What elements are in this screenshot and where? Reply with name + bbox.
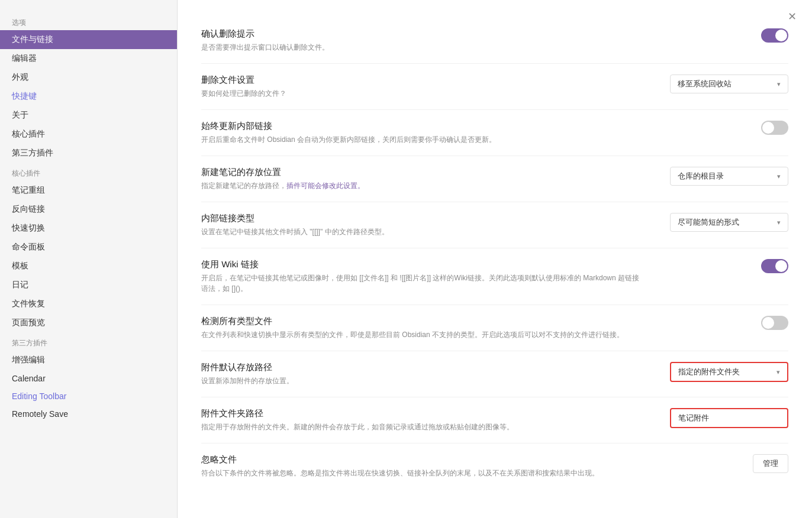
sidebar-item-diary[interactable]: 日记 — [0, 276, 177, 294]
setting-new-note-location: 新建笔记的存放位置 指定新建笔记的存放路径，插件可能会修改此设置。 仓库的根目录… — [201, 156, 788, 202]
setting-attachment-default-path: 附件默认存放路径 设置新添加附件的存放位置。 指定的附件文件夹 ▾ — [201, 351, 788, 397]
sidebar-item-calendar[interactable]: Calendar — [0, 370, 177, 387]
setting-ignored-files-title: 忽略文件 — [201, 454, 640, 465]
setting-delete-file: 删除文件设置 要如何处理已删除的文件？ 移至系统回收站 ▾ — [201, 64, 788, 110]
sidebar-item-shortcuts[interactable]: 快捷键 — [0, 87, 177, 106]
confirm-delete-toggle[interactable] — [761, 28, 788, 43]
delete-file-select[interactable]: 移至系统回收站 ▾ — [670, 75, 788, 93]
attachment-default-path-select-value: 指定的附件文件夹 — [678, 367, 740, 377]
wiki-links-toggle[interactable] — [761, 259, 788, 273]
sidebar-item-files-links[interactable]: 文件与链接 — [0, 30, 177, 49]
setting-wiki-links-desc: 开启后，在笔记中链接其他笔记或图像时，使用如 [[文件名]] 和 ![[图片名]… — [201, 273, 640, 294]
setting-attachment-folder-path-desc: 指定用于存放附件的文件夹。新建的附件会存放于此，如音频记录或通过拖放或粘贴创建的… — [201, 422, 640, 432]
sidebar-item-backlinks[interactable]: 反向链接 — [0, 200, 177, 219]
setting-delete-file-desc: 要如何处理已删除的文件？ — [201, 88, 640, 99]
sidebar-item-remotely-save[interactable]: Remotely Save — [0, 405, 177, 423]
delete-file-select-value: 移至系统回收站 — [678, 79, 732, 89]
sidebar-item-appearance[interactable]: 外观 — [0, 68, 177, 87]
sidebar-item-quick-switch[interactable]: 快速切换 — [0, 219, 177, 238]
setting-wiki-links-title: 使用 Wiki 链接 — [201, 259, 640, 270]
setting-detect-all-title: 检测所有类型文件 — [201, 316, 640, 327]
sidebar-section-core-plugins: 核心插件 — [0, 163, 177, 181]
setting-ignored-files-desc: 符合以下条件的文件将被忽略。忽略是指文件将出现在快速切换、链接补全队列的末尾，以… — [201, 468, 640, 478]
setting-detect-all-desc: 在文件列表和快速切换中显示所有类型的文件，即使是那些目前 Obsidian 不支… — [201, 329, 640, 340]
attachment-folder-path-input[interactable]: 笔记附件 — [670, 408, 788, 428]
sidebar-item-enhance-edit[interactable]: 增强编辑 — [0, 351, 177, 370]
setting-new-note-location-title: 新建笔记的存放位置 — [201, 167, 640, 178]
sidebar-item-note-reorg[interactable]: 笔记重组 — [0, 181, 177, 200]
setting-ignored-files: 忽略文件 符合以下条件的文件将被忽略。忽略是指文件将出现在快速切换、链接补全队列… — [201, 443, 788, 489]
sidebar-item-editor[interactable]: 编辑器 — [0, 49, 177, 68]
sidebar-item-page-preview[interactable]: 页面预览 — [0, 313, 177, 332]
close-button[interactable]: ✕ — [784, 8, 800, 25]
setting-confirm-delete-desc: 是否需要弹出提示窗口以确认删除文件。 — [201, 42, 640, 53]
sidebar-item-editing-toolbar[interactable]: Editing Toolbar — [0, 387, 177, 405]
sidebar-section-options: 选项 — [0, 12, 177, 30]
auto-update-links-toggle[interactable] — [761, 121, 788, 135]
sidebar-item-third-party-plugins[interactable]: 第三方插件 — [0, 144, 177, 163]
chevron-down-icon: ▾ — [777, 219, 781, 226]
chevron-down-icon: ▾ — [777, 80, 781, 88]
setting-internal-link-type-desc: 设置在笔记中链接其他文件时插入 "[[]]" 中的文件路径类型。 — [201, 226, 640, 237]
sidebar-item-file-recovery[interactable]: 文件恢复 — [0, 294, 177, 313]
sidebar-item-about[interactable]: 关于 — [0, 106, 177, 125]
setting-attachment-folder-path-title: 附件文件夹路径 — [201, 408, 640, 419]
sidebar-item-core-plugins[interactable]: 核心插件 — [0, 125, 177, 144]
setting-confirm-delete: 确认删除提示 是否需要弹出提示窗口以确认删除文件。 — [201, 18, 788, 64]
chevron-down-icon: ▾ — [777, 173, 781, 180]
new-note-location-select[interactable]: 仓库的根目录 ▾ — [670, 167, 788, 186]
main-content: 确认删除提示 是否需要弹出提示窗口以确认删除文件。 删除文件设置 要如何处理已删… — [178, 0, 812, 518]
sidebar-section-third-party: 第三方插件 — [0, 332, 177, 351]
setting-internal-link-type-title: 内部链接类型 — [201, 213, 640, 224]
setting-confirm-delete-title: 确认删除提示 — [201, 28, 640, 40]
setting-new-note-location-desc: 指定新建笔记的存放路径，插件可能会修改此设置。 — [201, 180, 640, 191]
setting-attachment-default-path-desc: 设置新添加附件的存放位置。 — [201, 375, 640, 386]
manage-ignored-files-button[interactable]: 管理 — [753, 454, 788, 473]
setting-attachment-default-path-title: 附件默认存放路径 — [201, 362, 640, 373]
detect-all-toggle[interactable] — [761, 316, 788, 330]
sidebar: 选项 文件与链接 编辑器 外观 快捷键 关于 核心插件 第三方插件 核心插件 笔… — [0, 0, 178, 518]
new-note-location-select-value: 仓库的根目录 — [678, 171, 724, 182]
attachment-folder-path-value: 笔记附件 — [678, 413, 709, 423]
setting-detect-all-file-types: 检测所有类型文件 在文件列表和快速切换中显示所有类型的文件，即使是那些目前 Ob… — [201, 305, 788, 351]
sidebar-item-templates[interactable]: 模板 — [0, 257, 177, 276]
setting-auto-update-links-title: 始终更新内部链接 — [201, 121, 640, 132]
attachment-default-path-select[interactable]: 指定的附件文件夹 ▾ — [670, 362, 788, 382]
settings-window: ✕ 选项 文件与链接 编辑器 外观 快捷键 关于 核心插件 第三方插件 核心插件… — [0, 0, 812, 518]
chevron-down-icon: ▾ — [776, 368, 780, 376]
internal-link-type-select[interactable]: 尽可能简短的形式 ▾ — [670, 213, 788, 232]
setting-delete-file-title: 删除文件设置 — [201, 75, 640, 86]
sidebar-item-command-palette[interactable]: 命令面板 — [0, 238, 177, 257]
setting-auto-update-links: 始终更新内部链接 开启后重命名文件时 Obsidian 会自动为你更新内部链接，… — [201, 110, 788, 156]
internal-link-type-select-value: 尽可能简短的形式 — [678, 217, 739, 228]
setting-attachment-folder-path: 附件文件夹路径 指定用于存放附件的文件夹。新建的附件会存放于此，如音频记录或通过… — [201, 397, 788, 443]
setting-wiki-links: 使用 Wiki 链接 开启后，在笔记中链接其他笔记或图像时，使用如 [[文件名]… — [201, 248, 788, 305]
setting-auto-update-links-desc: 开启后重命名文件时 Obsidian 会自动为你更新内部链接，关闭后则需要你手动… — [201, 134, 640, 145]
setting-internal-link-type: 内部链接类型 设置在笔记中链接其他文件时插入 "[[]]" 中的文件路径类型。 … — [201, 202, 788, 248]
